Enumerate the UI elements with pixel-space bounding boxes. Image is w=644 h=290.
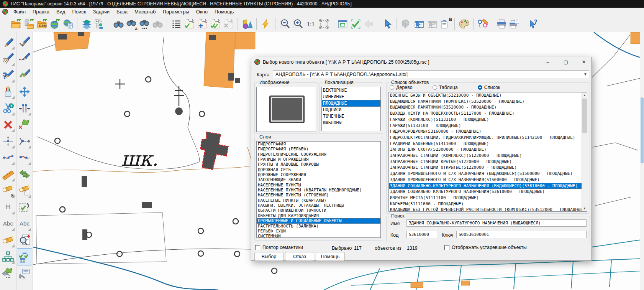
object-type-row[interactable]: КЛАДБИЩА БЕЗ ГУСТОЙ ДРЕВЕСНОЙ РАСТИТЕЛЬН… [389,207,587,212]
object-type-row[interactable]: КАРЬЕРЫ(51111000 - ПЛОЩАДНЫЕ) [389,201,587,207]
object-type-row[interactable]: ЗАПРАВОЧНЫЕ СТАНЦИИ (КОМПЛЕКС)(51220000 … [389,153,587,159]
measure-ruler-tool[interactable] [1,166,15,182]
zoom-in-button[interactable] [291,17,304,31]
layer-item[interactable]: ГРУНТЫ И ЛАВОВЫЕ ПОКРОВЫ [257,162,380,167]
edit-curve-tool[interactable] [17,50,32,67]
print-button[interactable] [495,17,508,31]
menu-item[interactable]: Задачи [89,8,113,15]
search-name-input[interactable]: ЗДАНИЯ СОЦИАЛЬНО-КУЛЬТУРНОГО НАЗНАЧЕНИЯ … [406,219,587,227]
layer-item[interactable]: НАСЕЛЕНЫЕ ПУНКТЫ (КВАРТАЛЫ) [257,198,380,203]
object-type-row[interactable]: ЗДАНИЯ СОЦИАЛЬНО-КУЛЬТУРНОГО НАЗНАЧЕНИЯ … [389,183,587,189]
help-button[interactable]: ? [527,17,540,31]
dialog-maximize-button[interactable]: ▢ [558,57,574,67]
layer-item[interactable]: ЗАПОЛНЯЮЩИЕ ЗНАКИ [257,177,380,182]
undo-create-tool[interactable] [1,265,15,281]
object-type-row[interactable]: ЗДАНИЯ СОЦИАЛЬНО-КУЛЬТУРНОГО НАЗНАЧЕНИЯ(… [389,189,587,195]
select-area-check-button[interactable] [183,17,196,31]
menu-item[interactable]: Окно [193,8,211,15]
object-type-row[interactable]: ЗАПРАВОЧНЫЕ СТАНЦИИ КРЫТЫЕ(51220000 - ПЛ… [389,159,587,165]
text-abc2-tool[interactable]: Abc [17,215,32,232]
object-list-tool[interactable] [17,265,32,282]
menu-item[interactable]: Поиск [69,8,89,15]
cancel-button[interactable]: Отказ [285,252,314,261]
object-type-row[interactable]: ВЫДАЮЩИЕСЯ ПАМЯТНИКИ(53520000 - ПЛОЩАДНЫ… [389,104,587,110]
refresh-button[interactable] [259,17,272,31]
select-button[interactable]: Выбор [254,252,283,261]
measurements-button[interactable] [476,17,489,31]
menu-item[interactable]: Помощь [211,8,237,15]
fit-window-button[interactable] [317,17,330,31]
layer-item[interactable]: НАСЕЛЕННЫЕ ПУНКТЫ (СТРОЕНИЯ) [257,193,380,198]
objects-view-radio[interactable]: Таблица [433,85,458,90]
scroll-up-icon[interactable]: ▲ [582,92,587,98]
edit-spline-tool[interactable] [1,149,15,166]
dialog-close-button[interactable]: ✕ [576,57,592,67]
palette-button[interactable] [457,17,470,31]
zoom-out-button[interactable] [278,17,291,31]
layer-item[interactable]: ОБЪЕКТЫ ДЛЯ КАРТОИЗДАНИЯ [257,213,380,218]
cut-object-tool[interactable] [1,100,15,116]
search-key-input[interactable]: S00536100001 [456,231,587,238]
search-zoom-tool[interactable] [17,232,32,248]
object-type-row[interactable]: ВОЕННЫЕ БАЗЫ И ОБЪЕКТЫ(53210000 - ПЛОЩАД… [389,92,587,99]
object-list-button[interactable] [170,17,183,31]
select-area-add-button[interactable] [196,17,209,31]
object-type-row[interactable]: ВЫХОДЫ НЕФТИ НА ПОВЕРХНОСТЬ(51117000 - П… [389,110,587,117]
find-button[interactable] [112,17,125,31]
layer-item[interactable]: ГРАНИЦЫ И ОГРАЖДЕНИЯ [257,157,380,162]
scrollbar-thumb[interactable] [582,99,587,133]
delete-object-tool[interactable] [1,116,15,133]
smooth-line-tool[interactable] [17,149,32,166]
scroll-down-icon[interactable]: ▼ [582,206,587,211]
layer-item[interactable]: ДОРОЖНАЯ СЕТЬ [257,167,380,172]
window-titlebar[interactable]: ГИС "Панорама" версия 14.0.3 x64 - [1977… [0,0,644,8]
localization-item[interactable]: ПЛОЩАДНЫЕ [322,100,380,107]
object-type-row[interactable]: ЗДАНИЯ ПРОМЫШЛЕННОГО И С/Х НАЗНАЧЕНИЯ (В… [389,171,587,177]
scale-1-1-button[interactable]: 1:1 [304,17,317,31]
map-combo[interactable]: АНДРОПОЛЬ - [Y:\К А Р Т Ы\АНДРОПОЛ..\Анд… [273,70,589,78]
edit-point-tool[interactable] [1,133,15,149]
localization-item[interactable]: ШАБЛОНЫ [322,120,380,126]
open-map-button[interactable] [9,17,22,31]
objects-list-scrollbar[interactable]: ▲ ▼ [582,92,587,211]
menu-item[interactable]: Файл [10,8,29,15]
localization-item[interactable]: ПОДПИСИ [322,107,380,113]
object-type-row[interactable]: ГРАДИРНИ БАШЕННЫЕ(51411000 - ПЛОЩАДНЫЕ) [389,141,587,147]
layers-list[interactable]: ГИДРОГРАФИЯГИДРОГРАФИЯ (РЕЛЬЕФ)ГИДРОТЕХН… [256,141,381,238]
menu-item[interactable]: Масштаб [131,8,159,15]
localization-item[interactable]: ТОЧЕЧНЫЕ [322,113,380,120]
layer-item[interactable]: РАСТИТЕЛЬНОСТЬ (ЗАЛИВКА) [257,224,380,229]
map-selected-building[interactable] [200,132,228,170]
map-scrollbar-thumb[interactable] [641,97,644,163]
open-dbm-button[interactable]: DBM [35,17,48,31]
layer-item[interactable]: НАСЕЛЕННЫЕ ПУНКТЫ (КВАРТАЛЫ НЕОДНОРОДНЫЕ… [257,188,380,193]
layers-button[interactable] [80,17,93,31]
copy-attributes-tool[interactable] [17,248,32,265]
chevron-down-icon[interactable]: ▼ [583,72,587,76]
find-extended-button[interactable] [138,17,151,31]
open-geoportal-button[interactable] [61,17,74,31]
layer-item[interactable]: НАСЕЛЕННЫЕ ПУНКТЫ [257,183,380,188]
delete-part-tool[interactable] [17,116,32,133]
object-type-row[interactable]: ЗАГОНЫ ДЛЯ СКОТА(52300000 - ПЛОЩАДНЫЕ) [389,147,587,153]
menu-item[interactable]: Вид [53,8,69,15]
layer-item[interactable]: ГИДРОТЕХНИЧЕСКИЕ СООРУЖЕНИЯ [257,152,380,157]
map-legend-button[interactable] [93,17,106,31]
menu-item[interactable]: Правка [29,8,53,15]
layer-item[interactable]: ПРОМЫШЛЕННЫЕ И СОЦИАЛЬНЫЕ ОБЪЕКТЫ [257,218,380,223]
object-type-row[interactable]: ГИДРОЭЛЕКТРОСТАНЦИИ, ГИДРОАККУМУЛИРУЮЩИЕ… [389,135,587,141]
layer-item[interactable]: СИСТЕМНЫЙ [257,234,380,238]
menu-item[interactable]: Параметры [159,8,193,15]
help-dialog-button[interactable]: Помощь [316,252,345,261]
swap-objects-tool[interactable] [17,166,32,182]
show-obsolete-checkbox[interactable]: Отображать устаревшие объекты [444,245,527,250]
objects-view-radio[interactable]: Дерево [390,85,413,90]
rotate-object-tool[interactable] [17,199,32,215]
open-database-button[interactable] [22,17,35,31]
object-type-row[interactable]: ВЫДАЮЩИЕСЯ ПАМЯТНИКИ (КОМПЛЕКС)(53520000… [389,99,587,105]
select-area-all-button[interactable] [209,17,222,31]
localization-list[interactable]: ВЕКТОРНЫЕЛИНЕЙНЫЕПЛОЩАДНЫЕПОДПИСИТОЧЕЧНЫ… [321,87,381,131]
object-type-row[interactable]: ГАРАЖИ(51133100 - ПЛОЩАДНЫЕ) [389,123,587,129]
map-window-button[interactable] [336,17,349,31]
update-object-tool[interactable] [1,50,15,67]
